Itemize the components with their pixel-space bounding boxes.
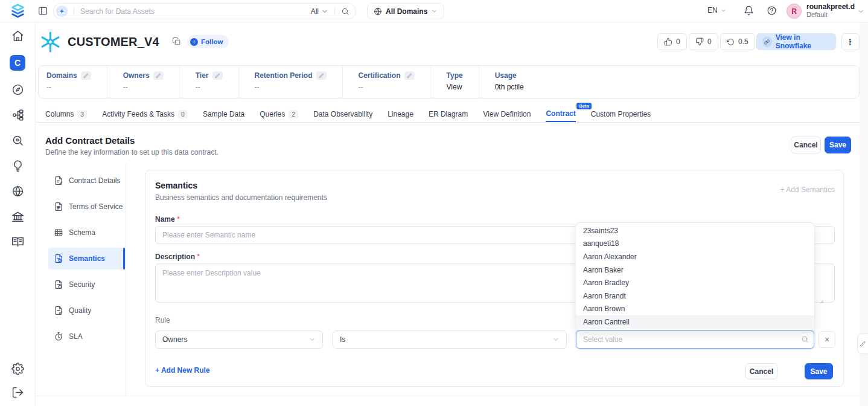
meta-label-text: Certification [359,71,401,80]
snowflake-logo-icon [39,30,62,54]
tab-activity-feeds[interactable]: Activity Feeds & Tasks0 [102,106,188,122]
app-root: All All Domains EN R rounakpreet.d Defau… [0,0,868,406]
domains-filter-dropdown[interactable]: All Domains [367,3,444,19]
meta-label-text: Domains [46,71,77,80]
catalog-app-icon[interactable]: C [10,55,25,71]
settings-gear-icon[interactable] [11,362,24,375]
edit-pencil-icon[interactable] [316,71,327,80]
file-clock-icon [54,254,63,263]
insights-search-icon[interactable] [11,134,24,147]
rule-field-value: Owners [162,335,187,344]
meta-value: -- [46,83,91,91]
dropdown-option-highlighted[interactable]: Aaron Cantrell [576,315,814,329]
edit-pencil-icon [860,341,866,347]
docs-book-icon[interactable] [11,236,24,248]
notifications-bell-icon[interactable] [744,5,754,16]
nav-security[interactable]: Security [48,274,126,295]
stopwatch-icon [54,332,63,341]
dropdown-option[interactable]: Aaron Bradley [576,276,814,289]
copy-icon[interactable] [172,37,181,46]
tab-view-definition[interactable]: View Definition [483,106,531,122]
tab-lineage[interactable]: Lineage [388,106,413,122]
search-input[interactable] [80,7,311,16]
dropdown-option[interactable]: Aaron Brandt [576,289,814,303]
global-search[interactable]: All [53,3,356,19]
meta-value: -- [196,83,223,91]
description-label: Description * [155,253,200,261]
home-icon[interactable] [11,30,24,42]
upvote-button[interactable]: 0 [657,33,687,50]
rule-field-select[interactable]: Owners [155,330,323,349]
nav-sla[interactable]: SLA [48,326,126,347]
sidebar-toggle-icon[interactable] [37,5,48,16]
domains-filter-label: All Domains [386,7,427,16]
asset-title: CUSTOMER_V4 [68,35,159,49]
logout-icon[interactable] [11,386,24,399]
search-scope-dropdown[interactable]: All [311,7,328,16]
edit-pencil-icon[interactable] [153,71,164,80]
dropdown-option[interactable]: 23saints23 [576,224,814,237]
marketplace-bank-icon[interactable] [11,210,24,223]
dropdown-option[interactable]: Aaron Baker [576,263,814,277]
tab-queries[interactable]: Queries2 [260,106,298,122]
rule-operator-select[interactable]: Is [333,330,567,349]
dropdown-option[interactable]: Aaron Brown [576,303,814,316]
meta-value: -- [123,83,164,91]
add-semantics-button[interactable]: + Add Semantics [780,185,835,194]
help-icon[interactable] [767,5,777,16]
save-button[interactable]: Save [825,137,851,153]
user-menu[interactable]: rounakpreet.d Default [806,2,855,19]
upvote-count: 0 [676,37,680,46]
edit-pencil-icon[interactable] [212,71,223,80]
web-globe-icon[interactable] [11,185,24,198]
follow-button[interactable]: + Follow [187,35,229,48]
cancel-button[interactable]: Cancel [791,137,821,153]
discover-compass-icon[interactable] [11,83,24,96]
downvote-button[interactable]: 0 [689,33,718,50]
nav-semantics[interactable]: Semantics [48,248,126,269]
nav-contract-details[interactable]: Contract Details [48,170,126,192]
ideas-bulb-icon[interactable] [11,160,24,172]
add-new-rule-button[interactable]: + Add New Rule [155,366,210,375]
meta-label-text: Tier [196,71,209,80]
tab-data-observability[interactable]: Data Observability [313,106,372,122]
page-title: Add Contract Details [45,135,135,146]
nav-quality[interactable]: Quality [48,300,126,321]
active-nav-indicator [123,248,125,269]
edit-pencil-icon[interactable] [81,71,91,80]
language-dropdown[interactable]: EN [707,6,727,14]
search-icon[interactable] [341,7,349,16]
tab-sample-data[interactable]: Sample Data [203,106,244,122]
ai-sparkle-icon[interactable] [56,5,68,17]
edit-pencil-icon[interactable] [404,71,415,80]
more-actions-button[interactable]: ⋮ [841,33,860,50]
search-scope-label: All [311,7,319,16]
edge-widget-button[interactable] [857,334,868,354]
rule-value-input[interactable] [576,330,814,349]
meta-value: -- [255,83,327,91]
avatar-initial: R [791,7,797,16]
tab-er-diagram[interactable]: ER Diagram [429,106,468,122]
semantics-cancel-button[interactable]: Cancel [745,363,777,379]
dropdown-option[interactable]: Aaron Alexander [576,250,814,263]
governance-hierarchy-icon[interactable] [11,109,24,121]
tab-columns[interactable]: Columns3 [45,106,87,122]
nav-schema[interactable]: Schema [48,222,126,243]
user-avatar[interactable]: R [787,4,802,19]
tab-custom-properties[interactable]: Custom Properties [591,106,651,122]
rail-bottom [11,362,24,399]
panel-subtitle: Business semantics and documentation req… [155,193,327,202]
dropdown-option[interactable]: aanqueti18 [576,237,814,251]
view-in-snowflake-button[interactable]: View in Snowflake [756,33,836,50]
semantics-save-button[interactable]: Save [805,363,833,379]
meta-field-domains: Domains -- [39,66,107,98]
popularity-button[interactable]: 0.5 [720,33,755,50]
nav-terms-of-service[interactable]: Terms of Service [48,196,126,218]
atlan-logo-icon[interactable] [10,3,26,19]
meta-field-type: Type View [430,66,479,98]
rule-value-select[interactable] [576,330,814,349]
remove-rule-button[interactable]: × [819,331,835,348]
page-subtitle: Define the key information to set up thi… [45,148,219,156]
tab-contract[interactable]: ContractBeta [546,106,575,122]
globe-icon [374,7,382,16]
